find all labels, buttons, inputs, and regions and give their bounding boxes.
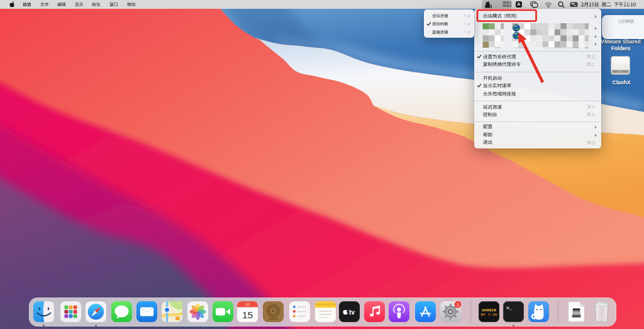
svg-text:WARNIN: WARNIN <box>482 308 496 313</box>
svg-text:1: 1 <box>456 302 458 308</box>
svg-text:tv: tv <box>349 309 355 316</box>
svg-text:NY 7:36: NY 7:36 <box>480 313 497 317</box>
svg-text:15: 15 <box>242 309 252 320</box>
svg-text:>_: >_ <box>506 305 513 311</box>
